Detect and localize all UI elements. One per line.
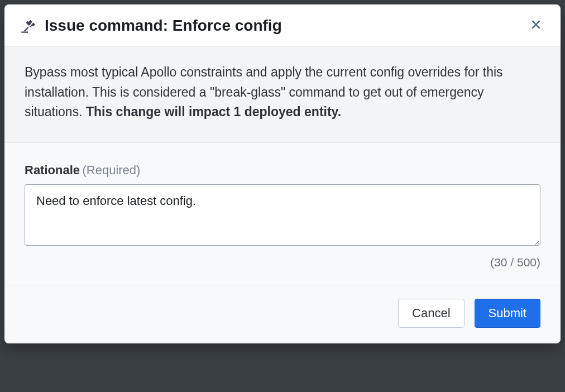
rationale-label-row: Rationale (Required): [25, 163, 540, 178]
rationale-label: Rationale: [25, 163, 80, 177]
char-counter: (30 / 500): [25, 256, 540, 269]
modal-header: Issue command: Enforce config: [4, 4, 561, 47]
rationale-required: (Required): [82, 163, 140, 177]
close-button[interactable]: [527, 16, 545, 35]
modal-body: Rationale (Required) (30 / 500): [4, 143, 561, 285]
modal-header-left: Issue command: Enforce config: [20, 17, 282, 35]
description-impact: This change will impact 1 deployed entit…: [86, 104, 341, 119]
cancel-button[interactable]: Cancel: [398, 299, 464, 328]
gavel-icon: [20, 18, 36, 34]
issue-command-modal: Issue command: Enforce config Bypass mos…: [4, 4, 561, 343]
description-text: Bypass most typical Apollo constraints a…: [25, 63, 540, 122]
modal-title: Issue command: Enforce config: [45, 17, 282, 35]
close-icon: [529, 18, 543, 33]
modal-footer: Cancel Submit: [4, 285, 561, 343]
rationale-input[interactable]: [25, 184, 540, 246]
modal-description: Bypass most typical Apollo constraints a…: [4, 47, 561, 143]
submit-button[interactable]: Submit: [475, 299, 540, 328]
